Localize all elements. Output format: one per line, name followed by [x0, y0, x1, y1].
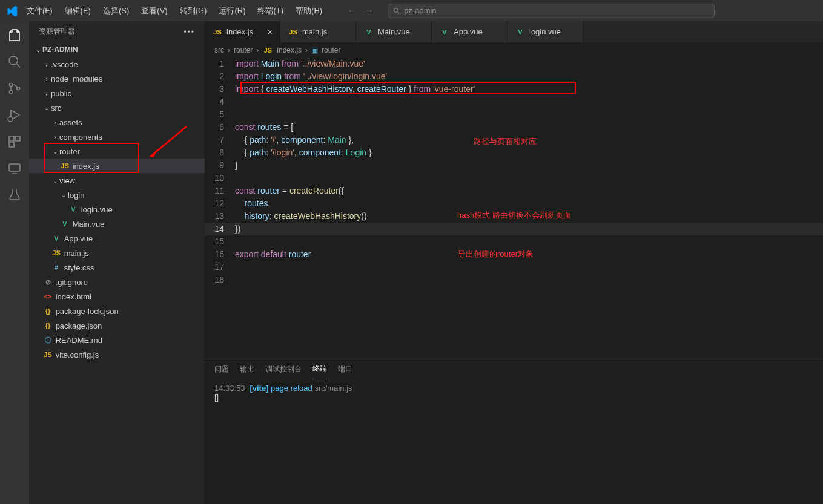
tab-problems[interactable]: 问题 — [214, 361, 229, 378]
annotation-1: 路径与页面相对应 — [474, 135, 537, 148]
code-editor[interactable]: 1import Main from '../view/Main.vue' 2im… — [205, 57, 823, 359]
editor-area: JSindex.js× JSmain.js VMain.vue VApp.vue… — [205, 21, 823, 504]
more-icon[interactable]: ••• — [183, 28, 195, 36]
tab-main-vue[interactable]: VMain.vue — [356, 21, 432, 42]
folder-src[interactable]: ⌄src — [29, 100, 205, 115]
close-icon[interactable]: × — [268, 27, 273, 37]
menu-edit[interactable]: 编辑(E) — [60, 3, 96, 19]
folder-public[interactable]: ›public — [29, 86, 205, 100]
file-vite-config[interactable]: JS vite.config.js — [29, 347, 205, 362]
svg-rect-11 — [9, 164, 20, 171]
tab-login-vue[interactable]: Vlogin.vue — [507, 21, 583, 42]
file-index-html[interactable]: <> index.html — [29, 289, 205, 304]
menu-terminal[interactable]: 终端(T) — [253, 3, 288, 19]
svg-point-0 — [394, 8, 398, 12]
folder-view[interactable]: ⌄view — [29, 173, 205, 188]
file-style-css[interactable]: # style.css — [29, 260, 205, 275]
file-login-vue[interactable]: V login.vue — [29, 202, 205, 217]
folder-assets[interactable]: ›assets — [29, 115, 205, 129]
svg-point-4 — [10, 83, 13, 87]
menu-run[interactable]: 运行(R) — [214, 3, 250, 19]
sidebar: 资源管理器 ••• ⌄PZ-ADMIN ›.vscode ›node_modul… — [29, 21, 205, 504]
folder-router[interactable]: ⌄router — [29, 144, 205, 159]
svg-rect-10 — [9, 142, 14, 147]
svg-rect-9 — [15, 136, 20, 141]
menu-file[interactable]: 文件(F) — [22, 3, 58, 19]
file-package-lock[interactable]: {} package-lock.json — [29, 304, 205, 318]
sidebar-header: 资源管理器 ••• — [29, 21, 205, 42]
tab-output[interactable]: 输出 — [240, 361, 254, 378]
explorer-icon[interactable] — [7, 27, 22, 43]
activity-bar — [0, 21, 29, 504]
testing-icon[interactable] — [7, 187, 22, 203]
explorer-title: 资源管理器 — [39, 27, 75, 37]
breadcrumb[interactable]: src› router› JSindex.js› ▣router — [205, 42, 823, 57]
file-main-vue[interactable]: V Main.vue — [29, 217, 205, 231]
file-tree: ›.vscode ›node_modules ›public ⌄src ›ass… — [29, 57, 205, 504]
nav-forward-icon[interactable]: → — [365, 6, 373, 15]
nav-arrows: ← → — [348, 6, 373, 15]
editor-tabs: JSindex.js× JSmain.js VMain.vue VApp.vue… — [205, 21, 823, 42]
svg-rect-8 — [9, 136, 14, 141]
annotation-3: 导出创建的router对象 — [458, 247, 534, 260]
tab-debug-console[interactable]: 调试控制台 — [265, 361, 302, 378]
svg-line-3 — [16, 64, 20, 67]
title-bar: 文件(F) 编辑(E) 选择(S) 查看(V) 转到(G) 运行(R) 终端(T… — [0, 0, 823, 21]
folder-node-modules[interactable]: ›node_modules — [29, 71, 205, 86]
vscode-logo-icon — [5, 4, 19, 18]
debug-icon[interactable] — [7, 107, 22, 123]
remote-icon[interactable] — [7, 160, 22, 176]
folder-login[interactable]: ⌄login — [29, 188, 205, 202]
file-router-index[interactable]: JS index.js — [29, 159, 205, 173]
nav-back-icon[interactable]: ← — [348, 6, 355, 15]
search-text: pz-admin — [404, 6, 436, 15]
menu-view[interactable]: 查看(V) — [136, 3, 172, 19]
tab-terminal[interactable]: 终端 — [312, 360, 327, 378]
terminal-output[interactable]: 14:33:53 [vite] page reload src/main.js … — [205, 379, 823, 504]
project-title[interactable]: ⌄PZ-ADMIN — [29, 42, 205, 57]
source-control-icon[interactable] — [7, 80, 22, 96]
menu-goto[interactable]: 转到(G) — [175, 3, 212, 19]
search-activity-icon[interactable] — [7, 54, 22, 70]
tab-app-vue[interactable]: VApp.vue — [432, 21, 507, 42]
terminal-panel: 问题 输出 调试控制台 终端 端口 14:33:53 [vite] page r… — [205, 359, 823, 504]
tab-main-js[interactable]: JSmain.js — [280, 21, 356, 42]
search-icon — [393, 7, 400, 15]
file-gitignore[interactable]: ⊘ .gitignore — [29, 275, 205, 289]
svg-line-1 — [398, 11, 400, 13]
file-main-js[interactable]: JS main.js — [29, 246, 205, 260]
folder-vscode[interactable]: ›.vscode — [29, 57, 205, 71]
menu-select[interactable]: 选择(S) — [98, 3, 134, 19]
extensions-icon[interactable] — [7, 134, 22, 149]
svg-point-2 — [9, 56, 18, 65]
svg-point-5 — [10, 91, 13, 94]
terminal-tabs: 问题 输出 调试控制台 终端 端口 — [205, 359, 823, 379]
folder-components[interactable]: ›components — [29, 129, 205, 144]
file-app-vue[interactable]: V App.vue — [29, 231, 205, 246]
tab-ports[interactable]: 端口 — [338, 361, 352, 378]
file-readme[interactable]: ⓘ README.md — [29, 333, 205, 347]
annotation-2: hash模式 路由切换不会刷新页面 — [457, 209, 571, 221]
svg-point-7 — [8, 117, 13, 122]
command-center-search[interactable]: pz-admin — [388, 4, 715, 18]
tab-index-js[interactable]: JSindex.js× — [205, 21, 280, 42]
terminal-cursor: [] — [214, 393, 813, 402]
menu-help[interactable]: 帮助(H) — [291, 3, 327, 19]
file-package-json[interactable]: {} package.json — [29, 318, 205, 333]
